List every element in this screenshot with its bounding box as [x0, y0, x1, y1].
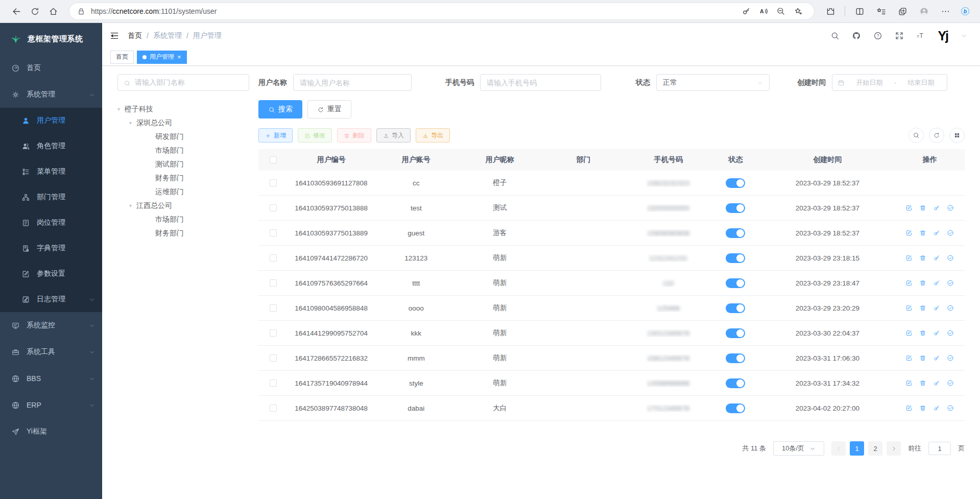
tree-node[interactable]: ▾江西总公司: [117, 199, 249, 212]
delete-icon[interactable]: [919, 304, 926, 312]
tree-node[interactable]: 市场部门: [117, 144, 249, 157]
reset-password-icon[interactable]: [933, 204, 940, 211]
sidebar-item-dict-mgmt[interactable]: 字典管理: [0, 235, 102, 261]
edit-icon[interactable]: [905, 329, 913, 337]
font-size-icon[interactable]: TT: [916, 31, 925, 41]
assign-role-icon[interactable]: [947, 204, 954, 211]
sidebar-fold-icon[interactable]: [109, 31, 119, 41]
edit-icon[interactable]: [905, 254, 913, 262]
status-toggle[interactable]: [726, 203, 745, 213]
reset-password-icon[interactable]: [933, 329, 940, 337]
status-toggle[interactable]: [726, 178, 745, 188]
edit-icon[interactable]: [905, 229, 913, 236]
row-checkbox[interactable]: [270, 204, 277, 211]
sidebar-item-log-mgmt[interactable]: 日志管理: [0, 287, 102, 312]
tab-actions-icon[interactable]: [893, 3, 912, 20]
favorite-add-icon[interactable]: [790, 4, 807, 19]
edit-icon[interactable]: [905, 405, 913, 412]
row-checkbox[interactable]: [270, 254, 277, 262]
breadcrumb-system[interactable]: 系统管理: [153, 31, 182, 40]
browser-home-button[interactable]: [44, 3, 62, 20]
delete-icon[interactable]: [919, 204, 926, 211]
more-menu-icon[interactable]: [936, 3, 954, 20]
row-checkbox[interactable]: [270, 329, 277, 337]
row-checkbox[interactable]: [270, 179, 277, 186]
reset-password-icon[interactable]: [933, 354, 940, 362]
add-button[interactable]: 新增: [258, 128, 293, 142]
delete-icon[interactable]: [919, 329, 926, 337]
edit-icon[interactable]: [905, 204, 913, 211]
tree-node[interactable]: ▾橙子科技: [117, 102, 249, 116]
dept-search-input[interactable]: 请输入部门名称: [117, 74, 249, 91]
assign-role-icon[interactable]: [947, 279, 954, 287]
status-toggle[interactable]: [726, 378, 745, 388]
reset-password-icon[interactable]: [933, 304, 940, 312]
edit-icon[interactable]: [905, 304, 913, 312]
tree-node[interactable]: 测试部门: [117, 157, 249, 171]
sidebar-item-menu-mgmt[interactable]: 菜单管理: [0, 159, 102, 184]
sidebar-item-system-mgmt[interactable]: 系统管理: [0, 81, 102, 108]
sidebar-item-user-mgmt[interactable]: 用户管理: [0, 108, 102, 133]
status-toggle[interactable]: [726, 353, 745, 363]
app-logo[interactable]: 意框架管理系统: [0, 23, 102, 55]
reset-password-icon[interactable]: [933, 405, 940, 412]
collections-icon[interactable]: [872, 3, 890, 20]
select-all-checkbox[interactable]: [270, 156, 277, 163]
edit-icon[interactable]: [905, 379, 913, 387]
sidebar-item-bbs[interactable]: BBS: [0, 365, 102, 392]
edit-button[interactable]: 修改: [298, 128, 332, 142]
row-checkbox[interactable]: [270, 304, 277, 312]
refresh-table-button[interactable]: [929, 128, 944, 143]
row-checkbox[interactable]: [270, 354, 277, 362]
assign-role-icon[interactable]: [947, 229, 954, 236]
import-button[interactable]: 导入: [376, 128, 411, 142]
delete-icon[interactable]: [919, 279, 926, 287]
user-avatar-logo[interactable]: Yj: [938, 30, 948, 42]
tree-node[interactable]: ▾深圳总公司: [117, 116, 249, 130]
caret-down-icon[interactable]: ▾: [129, 120, 136, 126]
delete-icon[interactable]: [919, 354, 926, 362]
sidebar-item-post-mgmt[interactable]: 岗位管理: [0, 210, 102, 235]
sidebar-item-system-monitor[interactable]: 系统监控: [0, 312, 102, 339]
browser-reload-button[interactable]: [26, 3, 44, 20]
column-settings-button[interactable]: [949, 128, 965, 143]
help-icon[interactable]: ?: [873, 31, 882, 41]
date-range-picker[interactable]: 开始日期 - 结束日期: [832, 74, 947, 91]
row-checkbox[interactable]: [270, 405, 277, 412]
page-button-2[interactable]: 2: [868, 441, 882, 456]
assign-role-icon[interactable]: [947, 304, 954, 312]
row-checkbox[interactable]: [270, 379, 277, 387]
split-screen-icon[interactable]: [850, 3, 869, 20]
sidebar-item-param-settings[interactable]: 参数设置: [0, 261, 102, 287]
page-button-1[interactable]: 1: [850, 441, 864, 456]
breadcrumb-home[interactable]: 首页: [128, 31, 142, 40]
prev-page-button[interactable]: [831, 441, 846, 456]
delete-button[interactable]: 删除: [337, 128, 371, 142]
reset-password-icon[interactable]: [933, 379, 940, 387]
tree-node[interactable]: 运维部门: [117, 185, 249, 199]
tree-node[interactable]: 研发部门: [117, 130, 249, 144]
tree-node[interactable]: 市场部门: [117, 212, 249, 226]
profile-avatar[interactable]: [915, 3, 933, 20]
chevron-down-icon[interactable]: [961, 31, 967, 40]
status-select[interactable]: 正常: [656, 74, 770, 91]
sidebar-item-home[interactable]: 首页: [0, 55, 102, 81]
delete-icon[interactable]: [919, 254, 926, 262]
sidebar-item-role-mgmt[interactable]: 角色管理: [0, 133, 102, 159]
show-search-toggle-button[interactable]: [909, 128, 924, 143]
sidebar-item-erp[interactable]: ERP: [0, 392, 102, 418]
address-bar[interactable]: https://ccnetcore.com:1101/system/user A: [69, 3, 814, 19]
bing-chat-icon[interactable]: b: [958, 4, 973, 19]
caret-down-icon[interactable]: ▾: [117, 106, 125, 112]
status-toggle[interactable]: [726, 278, 745, 288]
tab-用户管理[interactable]: 用户管理×: [137, 51, 187, 64]
close-icon[interactable]: ×: [177, 54, 181, 60]
sidebar-item-yi-framework[interactable]: Yi框架: [0, 418, 102, 445]
reset-password-icon[interactable]: [933, 279, 940, 287]
assign-role-icon[interactable]: [947, 354, 954, 362]
assign-role-icon[interactable]: [947, 254, 954, 262]
status-toggle[interactable]: [726, 403, 745, 413]
sidebar-item-system-tools[interactable]: 系统工具: [0, 339, 102, 365]
github-icon[interactable]: [852, 31, 861, 41]
row-checkbox[interactable]: [270, 279, 277, 287]
